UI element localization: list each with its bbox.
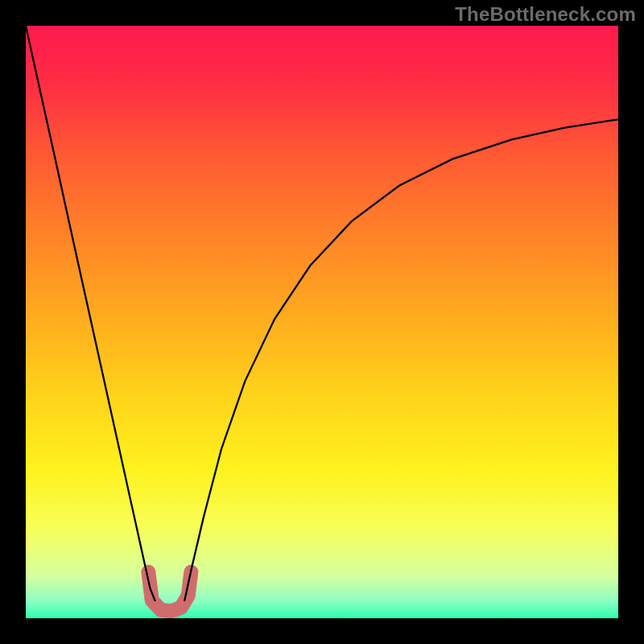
plot-svg — [26, 26, 618, 618]
chart-frame: TheBottleneck.com — [0, 0, 644, 644]
plot-area — [26, 26, 618, 618]
watermark-text: TheBottleneck.com — [455, 3, 636, 26]
background-gradient — [26, 26, 618, 618]
